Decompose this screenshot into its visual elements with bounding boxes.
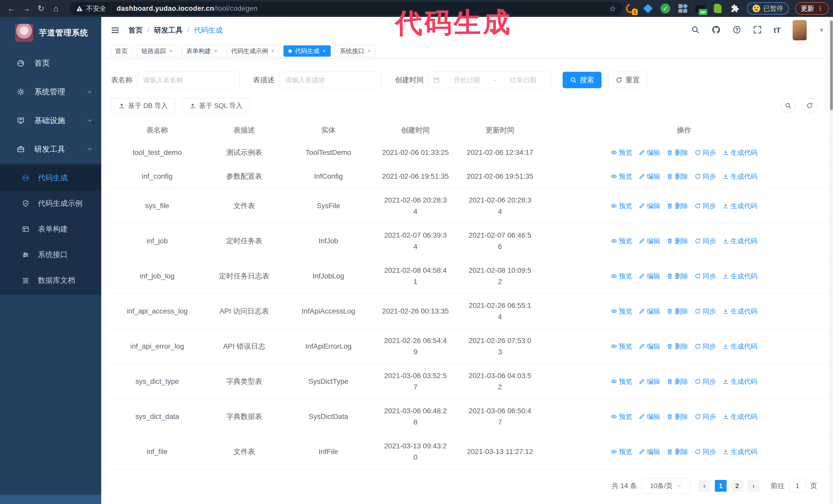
forward-icon[interactable]: →	[21, 3, 32, 14]
scrollbar[interactable]	[829, 17, 833, 504]
github-icon[interactable]	[712, 25, 721, 35]
bookmark-star-icon[interactable]: ☆	[609, 4, 616, 13]
delete-link[interactable]: 删除	[667, 235, 688, 247]
edit-link[interactable]: 编辑	[639, 270, 660, 282]
page-size-select[interactable]: 10条/页	[642, 478, 690, 494]
sidebar-logo-row[interactable]: 芋道管理系统	[0, 17, 101, 49]
sync-link[interactable]: 同步	[695, 306, 716, 317]
delete-link[interactable]: 删除	[667, 306, 688, 317]
generate-code-link[interactable]: 生成代码	[722, 171, 757, 182]
sync-link[interactable]: 同步	[695, 411, 716, 422]
table-desc-input[interactable]	[279, 72, 382, 88]
sync-link[interactable]: 同步	[695, 446, 716, 457]
generate-code-link[interactable]: 生成代码	[722, 235, 757, 247]
prev-page-button[interactable]: ‹	[698, 480, 710, 492]
preview-link[interactable]: 预览	[611, 235, 632, 247]
extension-grid-icon[interactable]	[677, 3, 688, 14]
tab-system-api[interactable]: 系统接口×	[335, 45, 376, 57]
home-icon[interactable]: ⌂	[50, 3, 62, 14]
sync-link[interactable]: 同步	[695, 376, 716, 387]
edit-link[interactable]: 编辑	[639, 200, 660, 212]
delete-link[interactable]: 删除	[667, 411, 688, 422]
address-bar[interactable]: 不安全 dashboard.yudao.iocoder.cn/tool/code…	[69, 2, 623, 15]
sync-link[interactable]: 同步	[695, 171, 716, 182]
sync-link[interactable]: 同步	[695, 235, 716, 247]
generate-code-link[interactable]: 生成代码	[722, 411, 757, 422]
generate-code-link[interactable]: 生成代码	[722, 446, 757, 457]
preview-link[interactable]: 预览	[611, 411, 632, 422]
edit-link[interactable]: 编辑	[639, 446, 660, 457]
font-size-icon[interactable]: tT	[774, 26, 781, 34]
tab-close-icon[interactable]: ×	[214, 48, 217, 54]
edit-link[interactable]: 编辑	[639, 171, 660, 182]
table-name-input[interactable]	[137, 72, 240, 88]
paused-badge[interactable]: 已暂停	[747, 2, 789, 15]
chrome-menu-dots-icon[interactable]: ⋮	[817, 6, 823, 11]
sidebar-item-system[interactable]: 系统管理	[0, 77, 101, 106]
avatar[interactable]	[792, 20, 807, 41]
start-date-placeholder[interactable]: 开始日期	[444, 76, 490, 85]
breadcrumb-home[interactable]: 首页	[128, 25, 143, 35]
fullscreen-icon[interactable]	[753, 25, 762, 35]
next-page-button[interactable]: ›	[748, 480, 759, 492]
generate-code-link[interactable]: 生成代码	[722, 341, 757, 352]
sidebar-item-codegen[interactable]: 代码生成	[0, 165, 101, 191]
sync-link[interactable]: 同步	[695, 341, 716, 352]
refresh-table-button[interactable]	[802, 98, 817, 113]
reset-button[interactable]: 重置	[608, 72, 647, 88]
tab-close-icon[interactable]: ×	[367, 48, 371, 54]
search-button[interactable]: 搜索	[563, 72, 601, 88]
sidebar-item-infra[interactable]: 基础设施	[0, 106, 101, 135]
edit-link[interactable]: 编辑	[639, 341, 660, 352]
page-button-1[interactable]: 1	[715, 480, 727, 492]
date-range-picker[interactable]: 开始日期 - 结束日期	[428, 72, 551, 88]
edit-link[interactable]: 编辑	[639, 376, 660, 387]
delete-link[interactable]: 删除	[667, 200, 688, 212]
extensions-puzzle-icon[interactable]	[730, 3, 741, 14]
sync-link[interactable]: 同步	[695, 270, 716, 282]
delete-link[interactable]: 删除	[667, 376, 688, 387]
delete-link[interactable]: 删除	[667, 147, 688, 158]
sidebar-item-codegen-demo[interactable]: 代码生成示例	[0, 191, 101, 216]
reload-icon[interactable]: ↻	[35, 3, 47, 14]
goto-page-input[interactable]	[789, 479, 806, 493]
extension-gem-icon[interactable]	[642, 3, 653, 14]
sync-link[interactable]: 同步	[695, 147, 716, 158]
sidebar-item-form-builder[interactable]: 表单构建	[0, 216, 101, 242]
delete-link[interactable]: 删除	[667, 171, 688, 182]
sync-link[interactable]: 同步	[695, 200, 716, 212]
import-db-button[interactable]: 基于 DB 导入	[111, 98, 175, 113]
sidebar-collapse-bar[interactable]	[0, 495, 101, 504]
edit-link[interactable]: 编辑	[639, 235, 660, 247]
delete-link[interactable]: 删除	[667, 446, 688, 457]
generate-code-link[interactable]: 生成代码	[722, 376, 757, 387]
delete-link[interactable]: 删除	[667, 270, 688, 282]
delete-link[interactable]: 删除	[667, 341, 688, 352]
sidebar-item-system-api[interactable]: 系统接口	[0, 242, 101, 268]
tab-close-icon[interactable]: ×	[169, 48, 172, 54]
page-button-2[interactable]: 2	[731, 480, 743, 492]
preview-link[interactable]: 预览	[611, 341, 632, 352]
edit-link[interactable]: 编辑	[639, 306, 660, 317]
back-icon[interactable]: ←	[6, 3, 17, 14]
generate-code-link[interactable]: 生成代码	[722, 306, 757, 317]
extension-check-icon[interactable]: ✓	[660, 3, 671, 14]
chevron-down-icon[interactable]: ▼	[819, 27, 824, 33]
tab-close-icon[interactable]: ×	[271, 48, 275, 54]
generate-code-link[interactable]: 生成代码	[722, 270, 757, 282]
update-button[interactable]: 更新 ⋮	[795, 2, 829, 15]
preview-link[interactable]: 预览	[611, 200, 632, 212]
hide-search-button[interactable]	[781, 98, 795, 113]
edit-link[interactable]: 编辑	[639, 411, 660, 422]
extension-orange-icon[interactable]: 1	[625, 3, 636, 14]
search-icon[interactable]	[691, 25, 700, 35]
end-date-placeholder[interactable]: 结束日期	[500, 76, 546, 85]
extension-dark-icon[interactable]: on	[695, 3, 706, 14]
generate-code-link[interactable]: 生成代码	[722, 147, 757, 158]
tab-home[interactable]: 首页	[111, 45, 133, 57]
preview-link[interactable]: 预览	[611, 376, 632, 387]
collapse-sidebar-button[interactable]	[111, 26, 120, 35]
breadcrumb-devtools[interactable]: 研发工具	[154, 25, 183, 35]
tab-tracing[interactable]: 链路追踪×	[137, 45, 177, 57]
import-sql-button[interactable]: 基于 SQL 导入	[182, 98, 250, 113]
